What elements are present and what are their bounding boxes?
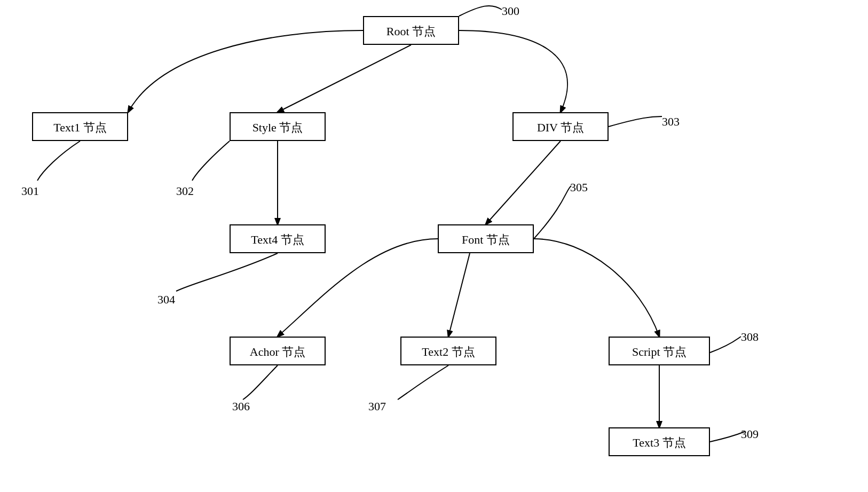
label-307: 307	[368, 400, 386, 413]
arrows-svg	[0, 0, 868, 492]
label-309: 309	[741, 427, 759, 441]
label-303: 303	[662, 115, 680, 129]
node-font: Font 节点	[438, 224, 534, 253]
node-text1: Text1 节点	[32, 112, 128, 141]
label-300: 300	[502, 4, 519, 18]
svg-line-0	[278, 45, 411, 112]
label-304: 304	[157, 293, 175, 307]
node-text3: Text3 节点	[609, 427, 710, 456]
node-script: Script 节点	[609, 337, 710, 365]
label-306: 306	[232, 400, 250, 413]
label-301: 301	[21, 184, 39, 198]
node-div: DIV 节点	[512, 112, 609, 141]
node-style: Style 节点	[230, 112, 326, 141]
label-305: 305	[570, 181, 588, 194]
svg-line-2	[486, 141, 561, 224]
svg-line-3	[448, 253, 470, 337]
label-308: 308	[741, 330, 759, 344]
node-root: Root 节点	[363, 16, 459, 45]
node-achor: Achor 节点	[230, 337, 326, 365]
node-text2: Text2 节点	[400, 337, 496, 365]
node-text4: Text4 节点	[230, 224, 326, 253]
diagram: Root 节点 Text1 节点 Style 节点 DIV 节点 Text4 节…	[0, 0, 868, 492]
label-302: 302	[176, 184, 194, 198]
